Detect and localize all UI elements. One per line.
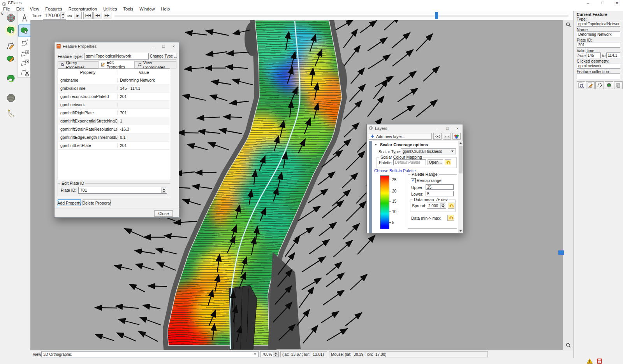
property-row[interactable]: gpml:riftStrainRateResolutionLog10-16.3 — [58, 125, 170, 133]
scalar-type-arrow-icon[interactable] — [450, 149, 455, 154]
property-row[interactable]: gpml:network — [58, 101, 170, 109]
restore-button[interactable]: □ — [598, 0, 607, 5]
layers-close-button[interactable]: × — [452, 126, 463, 131]
tool-manipulate-pole[interactable] — [5, 92, 17, 104]
plate-id-spinbox[interactable]: 701 — [78, 187, 167, 194]
tab-view-coordinates[interactable]: View Coordinates — [135, 61, 176, 68]
clicked-geometry-field[interactable]: gpml:network — [577, 63, 620, 69]
time-spin-up[interactable] — [60, 12, 65, 16]
close-button[interactable]: × — [612, 0, 621, 6]
view-combobox-arrow-icon[interactable] — [253, 352, 257, 357]
tab-query-properties[interactable]: Query Properties — [58, 61, 98, 68]
step-forward-button[interactable]: ▶▶ — [103, 12, 111, 19]
layers-maximize-button[interactable]: □ — [442, 126, 452, 131]
change-type-button[interactable]: Change Type ... — [151, 53, 176, 60]
layers-scrollbar[interactable] — [458, 141, 463, 233]
view-combobox[interactable]: 3D Orthographic — [41, 351, 259, 357]
query-feature-button[interactable] — [577, 81, 585, 89]
warning-icon[interactable] — [587, 358, 593, 364]
tool-move-geometry[interactable] — [5, 53, 17, 65]
property-row[interactable]: gpml:reconstructionPlateId201 — [58, 93, 170, 101]
eye-open-icon — [435, 135, 440, 138]
min-max-apply-button[interactable] — [447, 215, 454, 221]
tool-measure-distance[interactable] — [18, 12, 31, 24]
lower-field[interactable]: 5 — [426, 191, 454, 196]
zoom-spinbox[interactable]: 708% — [260, 351, 279, 357]
zoom-spin-down[interactable] — [273, 354, 278, 357]
tool-build-topology[interactable] — [5, 72, 17, 85]
delete-feature-button[interactable] — [614, 81, 623, 89]
feature-properties-dialog[interactable]: Feature Properties – □ × Feature Type: g… — [54, 42, 179, 218]
scroll-down-icon[interactable] — [458, 229, 463, 233]
dialog-title: Layers — [375, 126, 387, 131]
collapse-section-icon[interactable] — [374, 143, 378, 147]
time-slider-handle[interactable] — [435, 12, 438, 19]
tool-drag-globe[interactable] — [5, 12, 17, 24]
hide-layers-button[interactable] — [443, 133, 451, 140]
tool-digitise-geometry[interactable] — [5, 40, 17, 52]
layers-minimize-button[interactable]: – — [432, 126, 442, 131]
mouse-position-section: Mouse: (lat: -30.39 ; lon: -17.00) — [329, 351, 488, 357]
plate-id-spin-value[interactable]: 701 — [80, 188, 87, 192]
time-spin-down[interactable] — [60, 16, 65, 19]
name-field[interactable]: Deforming Network — [577, 32, 620, 37]
tool-small-circle[interactable] — [5, 107, 17, 120]
dialog-maximize-button[interactable]: □ — [158, 44, 169, 49]
layer-colours-button[interactable] — [452, 133, 461, 140]
view-coordinates-button[interactable] — [595, 81, 604, 89]
dialog-minimize-button[interactable]: – — [148, 44, 158, 49]
tab-edit-properties[interactable]: Edit Properties — [98, 61, 135, 68]
zoom-in-icon[interactable] — [566, 22, 571, 29]
add-property-button[interactable]: Add Property — [58, 200, 81, 206]
plate-id-spin-up[interactable] — [161, 187, 166, 190]
seek-start-button[interactable]: |◀◀ — [83, 12, 93, 19]
tool-choose-feature[interactable] — [5, 24, 17, 37]
feature-properties-titlebar[interactable]: Feature Properties – □ × — [55, 42, 179, 50]
type-field[interactable]: gpml:TopologicalNetwork — [577, 21, 620, 27]
feature-collection-field[interactable] — [577, 74, 620, 79]
delete-property-button[interactable]: Delete Property — [83, 200, 111, 206]
tool-choose-feature-selected[interactable] — [18, 24, 31, 37]
plate-id-field[interactable]: 201 — [577, 42, 620, 48]
play-button[interactable]: ▶ — [74, 12, 82, 19]
scroll-up-icon[interactable] — [458, 141, 463, 145]
property-row[interactable]: gpml:riftRightPlate701 — [58, 109, 170, 117]
palette-reset-button[interactable] — [445, 159, 451, 165]
minimize-button[interactable]: – — [583, 0, 593, 5]
add-new-layer-button[interactable]: Add new layer... — [369, 133, 432, 140]
valid-time-to-field[interactable]: 114.1 — [606, 52, 620, 58]
zoom-out-icon[interactable] — [566, 342, 571, 349]
valid-time-from-field[interactable]: 145 — [586, 52, 601, 58]
unsaved-changes-icon[interactable] — [597, 358, 602, 364]
palette-open-button[interactable]: Open... — [428, 159, 443, 165]
layers-dialog[interactable]: Layers – □ × Add new layer... Scalar Cov… — [366, 124, 463, 233]
edit-feature-button[interactable] — [586, 81, 595, 89]
palette-input[interactable]: Default Palette — [393, 159, 426, 165]
show-layers-button[interactable] — [433, 133, 442, 140]
dialog-close-button[interactable]: × — [169, 44, 179, 49]
plate-id-spin-down[interactable] — [161, 190, 166, 193]
tool-split-feature[interactable] — [18, 67, 31, 79]
zoom-slider-handle[interactable] — [558, 250, 564, 255]
upper-field[interactable]: 25 — [426, 184, 454, 190]
section-header[interactable]: Scalar Coverage options — [380, 142, 428, 147]
time-value[interactable]: 120.00 — [45, 13, 60, 18]
close-dialog-button[interactable]: Close — [154, 210, 173, 217]
feature-type-input[interactable]: gpml:TopologicalNetwork — [84, 53, 149, 60]
time-slider-track[interactable] — [114, 15, 568, 17]
layers-titlebar[interactable]: Layers – □ × — [367, 124, 463, 132]
step-back-button[interactable]: ◀◀ — [93, 12, 102, 19]
property-row[interactable]: gml:validTime145 - 114.1 — [58, 84, 170, 93]
spread-spin-down[interactable] — [440, 206, 445, 208]
clone-feature-button[interactable] — [605, 81, 613, 89]
property-row[interactable]: gpml:riftExponentialStretchingConstant1 — [58, 117, 170, 125]
property-row[interactable]: gpml:riftLeftPlate201 — [58, 142, 170, 150]
scroll-thumb[interactable] — [459, 146, 463, 173]
property-row[interactable]: gpml:riftEdgeLengthThresholdDegrees0.1 — [58, 133, 170, 142]
scalar-type-combobox[interactable]: gpml:CrustalThickness — [401, 148, 456, 154]
spread-spinbox[interactable]: 2.000 — [427, 203, 446, 209]
property-row[interactable]: gml:nameDeforming Network — [58, 76, 170, 84]
remap-range-checkbox[interactable]: ✓ — [411, 178, 416, 183]
mean-dev-apply-button[interactable] — [448, 203, 454, 209]
time-spinbox[interactable]: 120.00 — [43, 12, 66, 20]
